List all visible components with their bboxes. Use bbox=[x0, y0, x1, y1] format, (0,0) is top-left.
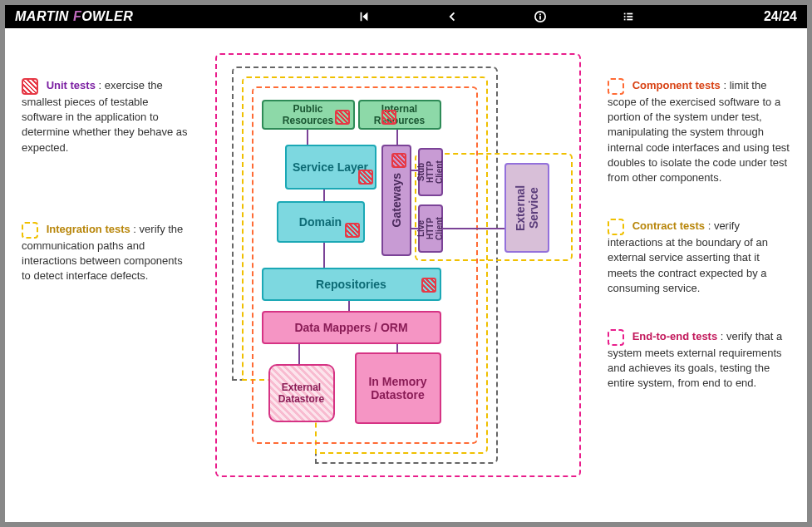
box-external-datastore: External Datastore bbox=[268, 364, 335, 422]
legend-integration: Integration tests : verify the communica… bbox=[22, 222, 188, 284]
legend-e2e-title: End-to-end tests bbox=[632, 330, 718, 342]
connector bbox=[298, 344, 300, 364]
label: External Service bbox=[514, 168, 540, 248]
label: Repositories bbox=[316, 278, 386, 291]
svg-rect-6 bbox=[627, 16, 632, 17]
label: Service Layer bbox=[293, 160, 368, 174]
legend-unit-title: Unit tests bbox=[47, 79, 96, 91]
top-bar: MARTIN FOWLER 24/24 bbox=[5, 5, 807, 28]
connector bbox=[348, 301, 350, 311]
contract-swatch-icon bbox=[608, 219, 624, 235]
label: Stub HTTP Client bbox=[416, 153, 444, 191]
brand-first: MARTIN bbox=[15, 9, 73, 23]
legend-unit: Unit tests : exercise the smallest piece… bbox=[22, 78, 188, 155]
legend-component-desc: : limit the scope of the exercised softw… bbox=[608, 79, 790, 184]
right-legend: Component tests : limit the scope of the… bbox=[608, 53, 790, 497]
box-stub-http: Stub HTTP Client bbox=[418, 148, 443, 196]
unit-marker-icon bbox=[358, 170, 373, 185]
brand-accent: F bbox=[73, 9, 81, 23]
unit-swatch-icon bbox=[22, 78, 38, 95]
svg-rect-8 bbox=[627, 19, 632, 21]
box-orm: Data Mappers / ORM bbox=[262, 311, 441, 344]
left-legend: Unit tests : exercise the smallest piece… bbox=[22, 53, 188, 497]
svg-rect-7 bbox=[624, 19, 626, 21]
unit-marker-icon bbox=[391, 153, 406, 168]
slide-content: Unit tests : exercise the smallest piece… bbox=[5, 28, 807, 522]
connector bbox=[307, 130, 308, 145]
list-icon[interactable] bbox=[622, 10, 635, 23]
box-repositories: Repositories bbox=[262, 268, 441, 301]
legend-contract-title: Contract tests bbox=[632, 219, 705, 232]
box-live-http: Live HTTP Client bbox=[418, 204, 443, 253]
connector bbox=[396, 130, 398, 145]
diagram-area: Public Resources Internal Resources Serv… bbox=[188, 53, 608, 497]
legend-contract: Contract tests : verify interactions at … bbox=[608, 219, 790, 296]
info-icon[interactable] bbox=[534, 10, 547, 23]
brand-rest: OWLER bbox=[81, 9, 133, 23]
label: In Memory Datastore bbox=[360, 375, 436, 401]
connector bbox=[323, 190, 325, 201]
back-icon[interactable] bbox=[445, 10, 459, 23]
unit-marker-icon bbox=[381, 110, 396, 125]
legend-e2e: End-to-end tests : verify that a system … bbox=[608, 329, 790, 392]
e2e-swatch-icon bbox=[608, 329, 624, 346]
box-external-service: External Service bbox=[504, 163, 549, 253]
slide-frame: MARTIN FOWLER 24/24 Unit tests : exercis… bbox=[5, 5, 807, 522]
label: Live HTTP Client bbox=[416, 209, 444, 248]
integration-swatch-icon bbox=[22, 222, 38, 239]
connector bbox=[443, 228, 504, 229]
unit-marker-icon bbox=[421, 278, 436, 293]
label: Domain bbox=[299, 215, 342, 229]
svg-rect-4 bbox=[627, 13, 632, 15]
unit-marker-icon bbox=[345, 223, 360, 238]
page-counter: 24/24 bbox=[764, 9, 797, 24]
label: Gateways bbox=[390, 173, 403, 227]
legend-component-title: Component tests bbox=[632, 79, 721, 91]
box-inmemory-datastore: In Memory Datastore bbox=[355, 352, 441, 424]
nav-icons bbox=[357, 10, 635, 23]
architecture-diagram: Public Resources Internal Resources Serv… bbox=[215, 53, 581, 477]
component-swatch-icon bbox=[608, 78, 624, 95]
legend-integration-title: Integration tests bbox=[47, 223, 130, 235]
svg-rect-2 bbox=[539, 14, 541, 16]
label: External Datastore bbox=[273, 382, 330, 405]
label: Data Mappers / ORM bbox=[294, 321, 407, 334]
box-internal-resources: Internal Resources bbox=[358, 100, 441, 130]
unit-marker-icon bbox=[335, 110, 350, 125]
label: Internal Resources bbox=[363, 103, 436, 126]
legend-component: Component tests : limit the scope of the… bbox=[608, 78, 790, 185]
svg-rect-1 bbox=[539, 16, 541, 19]
brand-logo: MARTIN FOWLER bbox=[15, 9, 133, 24]
svg-rect-5 bbox=[624, 16, 626, 17]
connector bbox=[396, 344, 398, 352]
first-slide-icon[interactable] bbox=[357, 10, 371, 23]
connector bbox=[323, 243, 325, 268]
svg-rect-3 bbox=[624, 13, 626, 15]
